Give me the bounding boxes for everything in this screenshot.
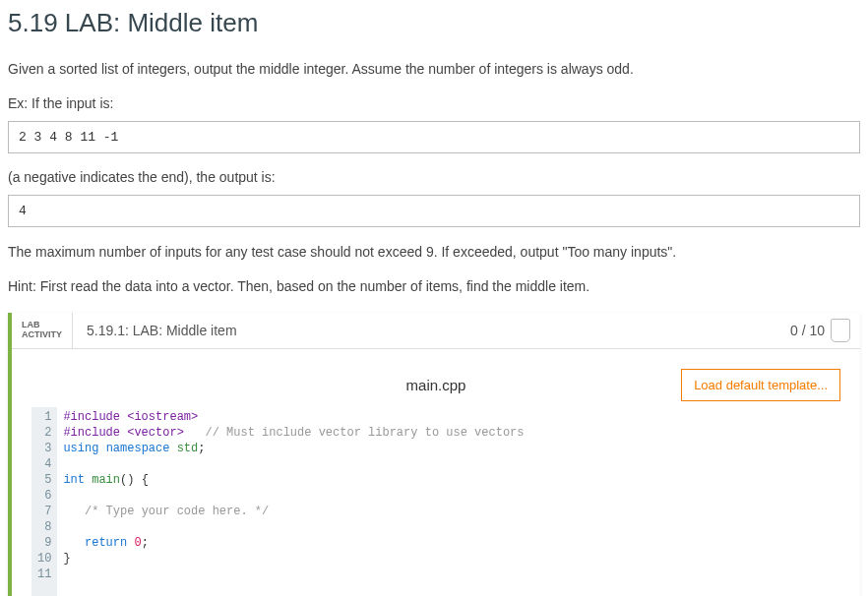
lab-panel: LAB ACTIVITY 5.19.1: LAB: Middle item 0 … <box>8 313 860 596</box>
constraint-text: The maximum number of inputs for any tes… <box>8 243 860 263</box>
lab-activity-title: 5.19.1: LAB: Middle item <box>73 313 780 348</box>
lab-badge: LAB ACTIVITY <box>12 313 73 348</box>
code-editor[interactable]: 1234567891011 #include <iostream>#includ… <box>31 407 840 596</box>
lab-header: LAB ACTIVITY 5.19.1: LAB: Middle item 0 … <box>12 313 860 349</box>
page-title: 5.19 LAB: Middle item <box>8 8 860 38</box>
code-content[interactable]: #include <iostream>#include <vector> // … <box>57 407 840 596</box>
example-input-box: 2 3 4 8 11 -1 <box>8 121 860 153</box>
example-explain: (a negative indicates the end), the outp… <box>8 169 860 185</box>
load-template-button[interactable]: Load default template... <box>681 369 840 401</box>
lab-score: 0 / 10 <box>780 313 860 348</box>
problem-description: Given a sorted list of integers, output … <box>8 60 860 80</box>
example-input-label: Ex: If the input is: <box>8 95 860 111</box>
file-bar: main.cpp Load default template... <box>31 369 840 401</box>
hint-text: Hint: First read the data into a vector.… <box>8 277 860 297</box>
lab-body: main.cpp Load default template... 123456… <box>12 349 860 596</box>
score-text: 0 / 10 <box>790 323 825 338</box>
lab-badge-line2: ACTIVITY <box>22 330 62 340</box>
filename-label: main.cpp <box>406 377 466 393</box>
shield-icon <box>831 319 850 342</box>
example-output-box: 4 <box>8 195 860 227</box>
line-number-gutter: 1234567891011 <box>31 407 57 596</box>
